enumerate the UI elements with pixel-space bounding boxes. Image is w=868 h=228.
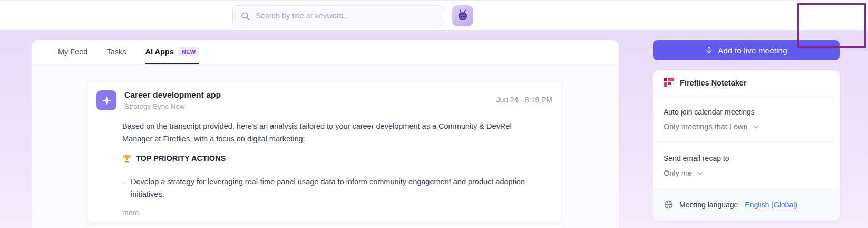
search-icon — [240, 11, 250, 21]
chevron-down-icon — [753, 124, 759, 130]
panel-header: Fireflies Notetaker — [653, 70, 840, 96]
email-recap-dropdown[interactable]: Only me — [664, 168, 829, 178]
card-titles: Career development app Strategy Sync New — [124, 90, 221, 110]
right-sidebar: Add to live meeting Fireflies Notetaker … — [653, 40, 840, 221]
tab-label: My Feed — [58, 48, 87, 56]
email-recap-value: Only me — [664, 168, 692, 178]
card-intro-text: Based on the transcript provided, here's… — [122, 120, 543, 145]
fireflies-notetaker-panel: Fireflies Notetaker Auto join calendar m… — [653, 70, 840, 221]
auto-join-dropdown[interactable]: Only meetings that I own — [664, 121, 829, 132]
section-heading-text: TOP PRIORITY ACTIONS — [136, 154, 226, 163]
chevron-down-icon — [697, 170, 704, 177]
card-body: Based on the transcript provided, here's… — [122, 120, 543, 217]
app-screen: Search by title or keyword.. — [0, 0, 868, 228]
fireflies-logo-icon — [664, 78, 674, 88]
tab-label: Tasks — [106, 48, 126, 56]
meeting-language-label: Meeting language — [679, 201, 738, 209]
trophy-icon — [122, 154, 132, 163]
tab-label: AI Apps — [145, 48, 174, 56]
tab-tasks[interactable]: Tasks — [106, 40, 126, 64]
panel-title: Fireflies Notetaker — [680, 79, 747, 87]
robot-icon — [456, 9, 470, 23]
panel-footer: Meeting language English (Global) — [653, 188, 840, 221]
search-input[interactable]: Search by title or keyword.. — [232, 5, 444, 26]
auto-join-setting: Auto join calendar meetings Only meeting… — [653, 96, 840, 142]
card-subtitle: Strategy Sync New — [124, 102, 221, 110]
globe-icon — [664, 200, 674, 210]
tab-my-feed[interactable]: My Feed — [58, 40, 87, 64]
next-card-peek — [87, 225, 562, 228]
auto-join-value: Only meetings that I own — [664, 121, 748, 132]
auto-join-label: Auto join calendar meetings — [664, 107, 829, 117]
sparkle-icon — [102, 96, 112, 106]
email-recap-setting: Send email recap to Only me — [653, 142, 840, 188]
add-to-live-meeting-button[interactable]: Add to live meeting — [653, 40, 840, 60]
feed-panel: My Feed Tasks AI Apps NEW Career develop… — [32, 40, 619, 228]
new-badge: NEW — [178, 47, 200, 56]
feed-card[interactable]: Career development app Strategy Sync New… — [87, 81, 562, 223]
search-placeholder: Search by title or keyword.. — [256, 12, 348, 20]
card-timestamp: Jun 24 · 8:19 PM — [496, 96, 552, 110]
feed-tabs: My Feed Tasks AI Apps NEW — [32, 40, 619, 65]
microphone-icon — [705, 46, 713, 54]
sparkle-app-icon — [96, 90, 116, 110]
bullet-item: Develop a strategy for leveraging real-t… — [122, 176, 531, 201]
email-recap-label: Send email recap to — [664, 153, 829, 164]
top-bar: Search by title or keyword.. — [0, 0, 868, 30]
ai-bot-button[interactable] — [452, 5, 473, 26]
live-button-label: Add to live meeting — [718, 46, 787, 55]
card-header: Career development app Strategy Sync New… — [87, 81, 562, 110]
meeting-language-link[interactable]: English (Global) — [745, 201, 797, 209]
more-link[interactable]: more — [122, 208, 139, 217]
tab-ai-apps[interactable]: AI Apps NEW — [145, 40, 200, 64]
card-title: Career development app — [124, 90, 221, 100]
card-section-heading: TOP PRIORITY ACTIONS — [122, 154, 543, 163]
workspace: My Feed Tasks AI Apps NEW Career develop… — [0, 30, 868, 228]
